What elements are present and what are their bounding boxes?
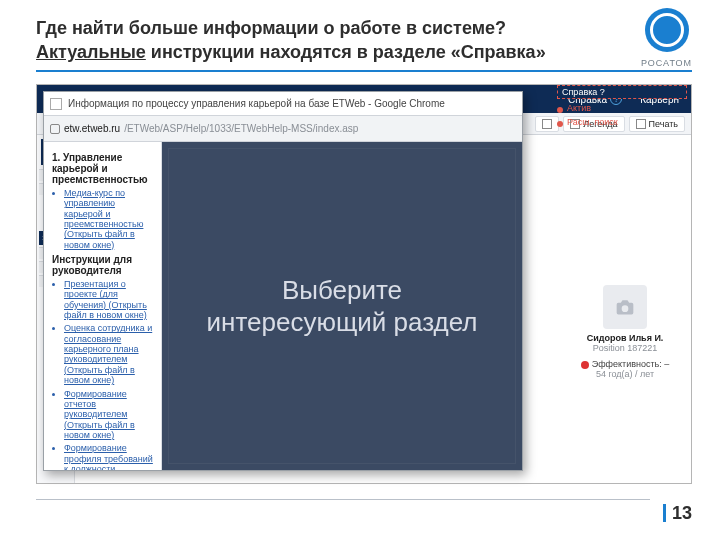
chrome-body: 1. Управление карьерой и преемственность… [44,142,522,470]
brand-logo: РОСАТОМ [641,8,692,68]
help-h2: Инструкции для руководителя [52,254,155,276]
toolbar-export[interactable] [535,116,559,132]
lock-icon [50,124,60,134]
brand-text: РОСАТОМ [641,58,692,68]
title-underlined: Актуальные [36,42,146,62]
help-main: Выберитеинтересующий раздел [162,142,522,470]
divider [36,70,692,72]
status-dot-icon [581,361,589,369]
webapp-window: Мои Справка ? Карьерн Легенда Печать Спр… [36,84,692,484]
employee-name: Сидоров Илья И. [565,333,685,343]
help-main-text: Выберитеинтересующий раздел [207,274,478,339]
help-link[interactable]: Формирование отчетов руководителем (Откр… [64,389,135,440]
callout-adv-search[interactable]: Расш. поиск [557,117,687,127]
url-host: etw.etweb.ru [64,123,120,134]
help-link[interactable]: Презентация о проекте (для обучения) (От… [64,279,147,320]
employee-position: Position 187221 [565,343,685,353]
rosatom-logo-icon [645,8,689,52]
title-line2: Актуальные инструкции находятся в раздел… [36,40,556,64]
employee-tenure: 54 год(а) / лет [565,369,685,379]
callout-help: Справка ? [557,85,687,99]
page-icon [50,98,62,110]
chrome-window: Информация по процессу управления карьер… [43,91,523,471]
chrome-title: Информация по процессу управления карьер… [68,98,445,109]
avatar-placeholder [603,285,647,329]
help-link[interactable]: Медиа-курс по управлению карьерой и прее… [64,188,143,250]
employee-eff: Эффективность: – [565,359,685,369]
title-line1: Где найти больше информации о работе в с… [36,16,556,40]
footer-divider [36,499,650,500]
callouts: Справка ? Актив Расш. поиск [557,85,687,127]
slide-title: Где найти больше информации о работе в с… [36,16,556,65]
chrome-addressbar[interactable]: etw.etweb.ru/ETWeb/ASP/Help/1033/ETWebHe… [44,116,522,142]
help-link[interactable]: Оценка сотрудника и согласование карьерн… [64,323,152,385]
page-number: 13 [663,503,692,524]
camera-icon [615,298,635,316]
callout-aktiv[interactable]: Актив [557,103,687,113]
title-rest: инструкции находятся в разделе «Справка» [146,42,546,62]
chrome-titlebar: Информация по процессу управления карьер… [44,92,522,116]
help-link[interactable]: Формирование профиля требований к должно… [64,443,153,470]
screenshot-stage: Мои Справка ? Карьерн Легенда Печать Спр… [36,84,692,484]
export-icon [542,119,552,129]
employee-card: Сидоров Илья И. Position 187221 Эффектив… [565,285,685,379]
help-sidebar: 1. Управление карьерой и преемственность… [44,142,162,470]
url-path: /ETWeb/ASP/Help/1033/ETWebHelp-MSS/index… [124,123,358,134]
help-h1: 1. Управление карьерой и преемственность… [52,152,155,185]
